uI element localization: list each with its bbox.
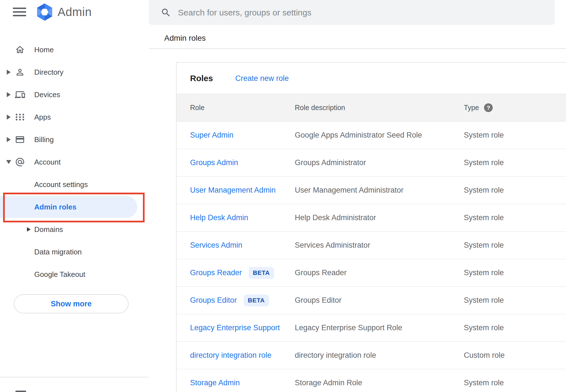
sidebar-item-domains[interactable]: Domains bbox=[0, 218, 149, 241]
expand-arrow-icon[interactable] bbox=[4, 137, 13, 142]
role-type: System role bbox=[464, 379, 566, 387]
role-link[interactable]: directory integration role bbox=[190, 351, 271, 360]
sidebar-divider bbox=[0, 377, 149, 377]
role-description: directory integration role bbox=[295, 351, 464, 360]
role-type: System role bbox=[464, 213, 566, 222]
sidebar-item-google-takeout[interactable]: Google Takeout bbox=[0, 263, 149, 286]
role-link[interactable]: Services Admin bbox=[190, 241, 242, 250]
expand-arrow-icon[interactable] bbox=[4, 92, 13, 97]
role-type: System role bbox=[464, 323, 566, 332]
home-icon bbox=[13, 45, 27, 55]
column-header-role: Role bbox=[190, 104, 295, 112]
table-row: Groups Reader BETA Groups Reader System … bbox=[177, 259, 566, 287]
role-description: Help Desk Administrator bbox=[295, 213, 464, 222]
role-description: Services Administrator bbox=[295, 241, 464, 250]
at-sign-icon bbox=[13, 157, 27, 167]
role-description: Google Apps Administrator Seed Role bbox=[295, 131, 464, 140]
table-row: Storage Admin Storage Admin Role System … bbox=[177, 369, 566, 392]
sidebar-item-account[interactable]: Account bbox=[0, 151, 149, 173]
sidebar-item-home[interactable]: Home bbox=[0, 38, 149, 61]
search-placeholder: Search for users, groups or settings bbox=[178, 8, 311, 17]
search-input[interactable]: Search for users, groups or settings bbox=[149, 0, 555, 25]
role-link[interactable]: Super Admin bbox=[190, 131, 234, 140]
expand-arrow-icon[interactable] bbox=[27, 227, 31, 232]
person-icon bbox=[13, 67, 27, 77]
role-link[interactable]: Groups Editor bbox=[190, 296, 237, 305]
role-description: Legacy Enterprise Support Role bbox=[295, 323, 464, 332]
role-link[interactable]: Storage Admin bbox=[190, 379, 240, 387]
beta-badge: BETA bbox=[249, 267, 274, 279]
breadcrumb: Admin roles bbox=[164, 34, 206, 43]
table-header-row: Role Role description Type ? bbox=[177, 94, 566, 122]
show-more-button[interactable]: Show more bbox=[14, 294, 129, 313]
role-description: User Management Administrator bbox=[295, 186, 464, 195]
role-type: System role bbox=[464, 158, 566, 167]
create-new-role-link[interactable]: Create new role bbox=[235, 74, 289, 83]
table-row: directory integration role directory int… bbox=[177, 342, 566, 369]
sidebar-item-data-migration[interactable]: Data migration bbox=[0, 241, 149, 263]
column-header-role-description: Role description bbox=[295, 104, 464, 112]
app-title: Admin bbox=[58, 5, 92, 19]
table-row: User Management Admin User Management Ad… bbox=[177, 177, 566, 204]
role-description: Groups Editor bbox=[295, 296, 464, 305]
roles-card-header: Roles Create new role bbox=[177, 63, 566, 94]
sidebar-item-devices[interactable]: Devices bbox=[0, 83, 149, 106]
expand-arrow-icon[interactable] bbox=[4, 115, 13, 120]
cutoff-bottom-icon bbox=[15, 391, 26, 392]
role-type: System role bbox=[464, 268, 566, 277]
role-link[interactable]: Legacy Enterprise Support bbox=[190, 323, 280, 332]
sidebar-item-billing[interactable]: Billing bbox=[0, 128, 149, 151]
search-icon bbox=[161, 7, 171, 18]
sidebar-item-admin-roles[interactable]: Admin roles bbox=[0, 196, 137, 218]
role-description: Groups Reader bbox=[295, 268, 464, 277]
expand-arrow-icon[interactable] bbox=[4, 70, 13, 75]
role-link[interactable]: Groups Reader bbox=[190, 268, 242, 277]
role-link[interactable]: Groups Admin bbox=[190, 158, 238, 167]
roles-table-body: Super Admin Google Apps Administrator Se… bbox=[177, 122, 566, 392]
role-description: Groups Administrator bbox=[295, 158, 464, 167]
sidebar-item-apps[interactable]: Apps bbox=[0, 106, 149, 128]
table-row: Help Desk Admin Help Desk Administrator … bbox=[177, 204, 566, 232]
menu-icon[interactable] bbox=[13, 8, 26, 17]
beta-badge: BETA bbox=[244, 295, 269, 306]
role-type: System role bbox=[464, 241, 566, 250]
credit-card-icon bbox=[13, 135, 27, 145]
table-row: Groups Admin Groups Administrator System… bbox=[177, 149, 566, 177]
role-link[interactable]: Help Desk Admin bbox=[190, 213, 248, 222]
apps-grid-icon bbox=[13, 112, 27, 122]
table-row: Services Admin Services Administrator Sy… bbox=[177, 232, 566, 259]
role-type: System role bbox=[464, 131, 566, 140]
header-divider bbox=[149, 48, 566, 49]
role-type: Custom role bbox=[464, 351, 566, 360]
collapse-arrow-icon[interactable] bbox=[4, 160, 13, 164]
role-link[interactable]: User Management Admin bbox=[190, 186, 276, 195]
role-type: System role bbox=[464, 296, 566, 305]
devices-icon bbox=[13, 90, 27, 100]
roles-card: Roles Create new role Role Role descript… bbox=[176, 62, 566, 392]
sidebar-item-directory[interactable]: Directory bbox=[0, 61, 149, 83]
admin-logo: Admin bbox=[36, 3, 92, 21]
role-description: Storage Admin Role bbox=[295, 379, 464, 387]
page-title: Roles bbox=[190, 74, 213, 83]
column-header-type: Type ? bbox=[464, 103, 566, 112]
sidebar: Home Directory Devices Apps Billing bbox=[0, 38, 149, 286]
role-type: System role bbox=[464, 186, 566, 195]
help-icon[interactable]: ? bbox=[484, 103, 493, 112]
table-row: Legacy Enterprise Support Legacy Enterpr… bbox=[177, 314, 566, 342]
admin-logo-icon bbox=[36, 3, 54, 21]
table-row: Groups Editor BETA Groups Editor System … bbox=[177, 287, 566, 314]
sidebar-item-account-settings[interactable]: Account settings bbox=[0, 173, 149, 196]
table-row: Super Admin Google Apps Administrator Se… bbox=[177, 122, 566, 149]
